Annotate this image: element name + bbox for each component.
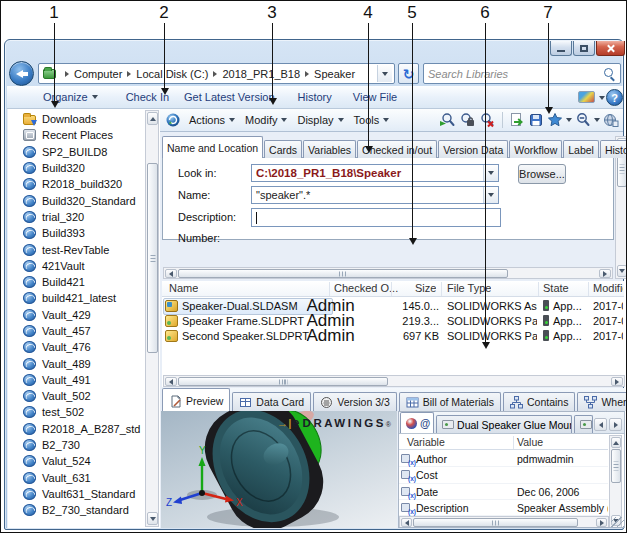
sidebar-item[interactable]: Build320	[11, 160, 143, 176]
search-tab[interactable]: Workflow	[509, 140, 562, 158]
config-tab-partial[interactable]	[574, 415, 593, 433]
sidebar-item[interactable]: test_502	[11, 404, 143, 420]
scroll-right-button[interactable]	[599, 269, 611, 278]
sidebar-item[interactable]: Recent Places	[11, 127, 143, 143]
data-card-horizontal-scrollbar[interactable]	[399, 516, 609, 528]
sidebar-item[interactable]: Build320_Standard	[11, 192, 143, 208]
name-field[interactable]: "speaker".*	[251, 186, 499, 204]
variable-row[interactable]: Date Dec 06, 2006	[399, 484, 608, 500]
column-header-checked-out[interactable]: Checked O...	[334, 282, 398, 294]
scroll-right-button[interactable]	[596, 518, 607, 527]
view-options-icon[interactable]	[578, 91, 595, 103]
sidebar-item[interactable]: trial_320	[11, 209, 143, 225]
minimize-button[interactable]	[550, 41, 572, 56]
tab-bill-of-materials[interactable]: Bill of Materials	[399, 392, 501, 411]
sidebar-item[interactable]: Vault631_Standard	[11, 486, 143, 502]
sidebar-item[interactable]: B2_730_standard	[11, 502, 143, 518]
tab-scroll-right-button[interactable]	[609, 418, 622, 431]
actions-menu[interactable]: Actions	[189, 114, 235, 126]
view-file-button[interactable]: View File	[353, 91, 397, 103]
resize-grip[interactable]	[611, 517, 624, 528]
favorites-dropdown[interactable]	[566, 118, 572, 122]
sidebar-item[interactable]: Vault_631	[11, 470, 143, 486]
breadcrumb-item[interactable]: Computer	[60, 68, 122, 80]
sidebar-item[interactable]: SP2_BUILD8	[11, 144, 143, 160]
search-tab[interactable]: Cards	[264, 140, 302, 158]
file-list-horizontal-scrollbar[interactable]	[163, 375, 625, 387]
sidebar-item[interactable]: 421Vault	[11, 258, 143, 274]
scrollbar-thumb[interactable]	[178, 269, 508, 278]
sidebar-item[interactable]: Vault_502	[11, 388, 143, 404]
description-field[interactable]	[251, 208, 501, 227]
open-search-result-icon[interactable]	[509, 112, 525, 128]
modify-menu[interactable]: Modify	[245, 114, 287, 126]
refresh-button[interactable]: ↻	[398, 63, 419, 84]
variable-row[interactable]: Author pdmwadmin	[399, 451, 608, 467]
sidebar-item[interactable]: Build421	[11, 274, 143, 290]
display-menu[interactable]: Display	[297, 114, 343, 126]
zoom-dropdown[interactable]	[594, 118, 600, 122]
tab-preview[interactable]: Preview	[162, 388, 230, 411]
sidebar-item[interactable]: Vault_476	[11, 339, 143, 355]
sidebar-item[interactable]: Valut_524	[11, 453, 143, 469]
column-header-state[interactable]: State	[543, 282, 569, 294]
breadcrumb-item[interactable]: Speaker	[300, 68, 355, 80]
search-tab[interactable]: Variables	[303, 140, 356, 158]
config-tab-dual-speaker-glue-mount[interactable]: Dual Speaker Glue Mount	[436, 415, 572, 433]
data-card-vertical-scrollbar[interactable]	[609, 435, 622, 528]
sidebar-item[interactable]: Vault_457	[11, 323, 143, 339]
default-config-tab[interactable]: @	[400, 412, 434, 433]
tab-version[interactable]: Version 3/3	[313, 392, 397, 411]
breadcrumb-item[interactable]: Local Disk (C:)	[122, 68, 208, 80]
column-header-value[interactable]: Value	[517, 436, 543, 448]
sidebar-item[interactable]: B2_730	[11, 437, 143, 453]
variable-row[interactable]: Description Speaker Assembly (Se	[399, 500, 608, 516]
sidebar-item[interactable]: Vault_491	[11, 372, 143, 388]
chevron-down-icon[interactable]	[599, 96, 605, 100]
column-header-variable[interactable]: Variable	[407, 436, 445, 448]
sidebar-item[interactable]: Build393	[11, 225, 143, 241]
scroll-down-button[interactable]	[147, 512, 158, 525]
maximize-button[interactable]	[573, 41, 595, 56]
scrollbar-thumb[interactable]	[178, 377, 388, 386]
sidebar-item[interactable]: Vault_429	[11, 307, 143, 323]
tab-data-card[interactable]: Data Card	[232, 392, 311, 411]
sidebar-item[interactable]: build421_latest	[11, 290, 143, 306]
browse-button[interactable]: Browse...	[518, 164, 566, 184]
save-search-icon[interactable]	[528, 112, 544, 128]
sidebar-item[interactable]: test-RevTable	[11, 241, 143, 257]
column-header-name[interactable]: Name	[169, 282, 198, 294]
tab-contains[interactable]: Contains	[503, 392, 575, 411]
help-button[interactable]: ?	[606, 89, 623, 106]
run-search-icon[interactable]	[439, 112, 456, 128]
tab-where-used[interactable]: Where Used	[577, 392, 627, 411]
sidebar-scrollbar[interactable]	[145, 110, 159, 527]
scroll-left-button[interactable]	[401, 518, 412, 527]
scroll-up-button[interactable]	[611, 437, 621, 448]
search-tab[interactable]: Label	[563, 140, 599, 158]
scrollbar-thumb[interactable]	[413, 518, 578, 527]
scrollbar-thumb[interactable]	[147, 163, 158, 353]
column-header-size[interactable]: Size	[415, 282, 436, 294]
search-tab[interactable]: Name and Location	[162, 136, 263, 158]
tab-scroll-left-button[interactable]	[594, 418, 607, 431]
scroll-left-button[interactable]	[165, 269, 177, 278]
address-bar[interactable]: ComputerLocal Disk (C:)2018_PR1_B18Speak…	[38, 63, 395, 84]
scrollbar-thumb[interactable]	[611, 449, 621, 483]
back-button[interactable]	[9, 61, 34, 86]
search-tab[interactable]: Version Data	[438, 140, 508, 158]
breadcrumb-item[interactable]: 2018_PR1_B18	[208, 68, 300, 80]
search-input[interactable]: Search Libraries	[423, 63, 621, 84]
search-favorites-icon[interactable]	[459, 112, 476, 128]
look-in-field[interactable]: C:\2018_PR1_B18\Speaker	[251, 164, 499, 182]
cancel-search-icon[interactable]	[479, 112, 496, 128]
form-horizontal-scrollbar[interactable]	[163, 267, 613, 279]
search-tab[interactable]: History	[600, 140, 627, 158]
scroll-left-button[interactable]	[165, 377, 177, 386]
sidebar-item[interactable]: Downloads	[11, 111, 143, 127]
sidebar-item[interactable]: R2018_A_B287_std	[11, 421, 143, 437]
favorites-star-icon[interactable]	[547, 112, 563, 128]
address-dropdown-button[interactable]	[377, 65, 392, 82]
scroll-up-button[interactable]	[147, 112, 158, 125]
network-search-icon[interactable]	[603, 112, 619, 128]
